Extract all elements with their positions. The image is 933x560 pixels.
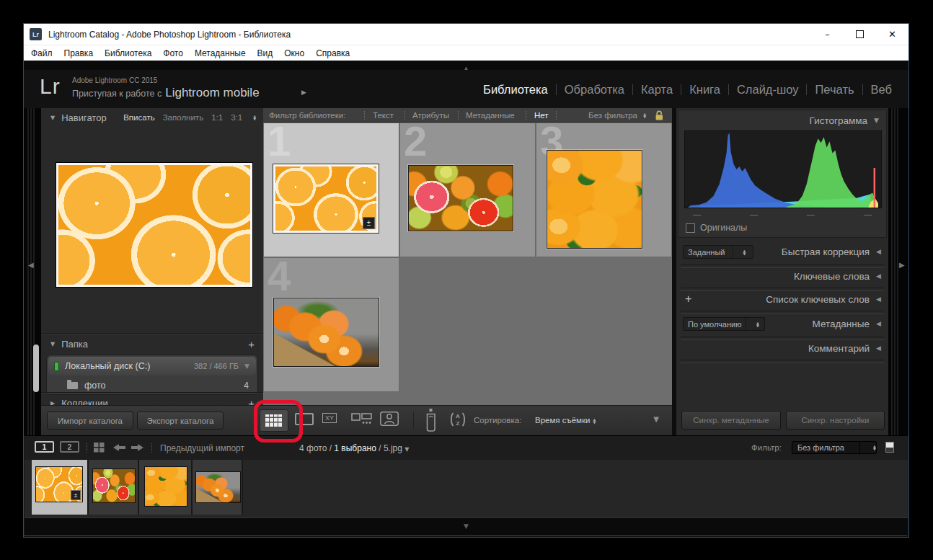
section-collapse-icon[interactable]: ◀: [876, 272, 881, 280]
menu-view[interactable]: Вид: [252, 48, 279, 58]
module-library[interactable]: Библиотека: [475, 83, 556, 97]
zoom-fit[interactable]: Вписать: [123, 113, 154, 122]
dash-mark[interactable]: —: [750, 210, 758, 218]
histogram-title[interactable]: Гистограмма: [810, 115, 867, 126]
filmstrip-cell[interactable]: [89, 460, 139, 515]
survey-view-button[interactable]: [351, 413, 373, 425]
section-collapse-icon[interactable]: ◀: [876, 295, 881, 303]
next-photo-icon[interactable]: [131, 443, 144, 452]
menu-metadata[interactable]: Метаданные: [189, 48, 252, 58]
selection-status[interactable]: 4 фото / 1 выбрано / 5.jpg ▼: [299, 443, 409, 453]
minimize-button[interactable]: –: [811, 24, 844, 45]
dash-mark[interactable]: —: [807, 210, 815, 218]
filter-lock-icon[interactable]: [655, 110, 664, 121]
filter-preset[interactable]: Без фильтра: [588, 111, 637, 120]
right-scrollbar-track[interactable]: [890, 108, 898, 435]
maximize-button[interactable]: [844, 24, 876, 45]
sync-metadata-button[interactable]: Синхр. метаданные: [681, 411, 781, 430]
bottom-panel-collapse-strip[interactable]: ▼: [25, 517, 908, 537]
export-catalog-button[interactable]: Экспорт каталога: [137, 412, 224, 430]
menu-library[interactable]: Библиотека: [99, 48, 157, 58]
filmstrip-thumb-2[interactable]: [92, 468, 136, 503]
source-indicator[interactable]: Предыдущий импорт: [160, 443, 244, 453]
add-keyword-button[interactable]: +: [685, 293, 691, 306]
photo-thumbnail-3[interactable]: [547, 150, 642, 249]
module-web[interactable]: Веб: [863, 83, 900, 97]
dash-mark[interactable]: —: [693, 210, 701, 218]
filter-metadata[interactable]: Метаданные: [466, 111, 515, 120]
filter-attributes[interactable]: Атрибуты: [412, 111, 449, 120]
collections-header[interactable]: ▶ Коллекции +: [41, 395, 263, 405]
adjustment-badge-icon[interactable]: ±: [363, 217, 375, 229]
zoom-ratio[interactable]: 3:1: [231, 113, 242, 122]
filter-none[interactable]: Нет: [534, 111, 549, 120]
add-collection-button[interactable]: +: [248, 397, 255, 406]
grid-cell[interactable]: 4: [263, 257, 399, 392]
navigator-preview-image[interactable]: [56, 163, 252, 287]
hide-left-panel-icon[interactable]: ◀: [28, 261, 34, 269]
section-collapse-icon[interactable]: ◀: [876, 248, 881, 255]
filmstrip-cell[interactable]: [139, 460, 193, 515]
menu-edit[interactable]: Правка: [58, 48, 100, 58]
filter-toggle-icon[interactable]: [885, 442, 894, 453]
menu-help[interactable]: Справка: [310, 48, 355, 58]
left-scrollbar-thumb[interactable]: [33, 345, 39, 392]
volume-browser[interactable]: Локальный диск (C:) 382 / 466 ГБ ▼: [48, 357, 256, 375]
compare-view-button[interactable]: XY: [322, 413, 337, 423]
second-window-button[interactable]: 2: [60, 441, 79, 453]
keyword-list-title[interactable]: Список ключевых слов: [766, 294, 870, 305]
sync-settings-button[interactable]: Синхр. настройки: [786, 411, 885, 430]
collapse-icon[interactable]: ▼: [874, 117, 879, 124]
filmstrip-thumb-4[interactable]: [195, 471, 241, 503]
metadata-preset-dropdown[interactable]: По умолчанию ▲▼: [683, 317, 765, 331]
filmstrip-thumb-3[interactable]: [144, 466, 187, 507]
add-folder-button[interactable]: +: [248, 338, 255, 350]
sort-direction-icon[interactable]: A Z: [449, 412, 466, 427]
sort-value[interactable]: Время съёмки▲▼: [535, 416, 596, 425]
module-slideshow[interactable]: Слайд-шоу: [729, 83, 807, 97]
folders-header[interactable]: ▼ Папка +: [41, 336, 263, 352]
previous-photo-icon[interactable]: [112, 443, 125, 452]
filmstrip-cell-selected[interactable]: ±: [32, 460, 89, 515]
menu-file[interactable]: Файл: [25, 48, 58, 58]
stepper-icon[interactable]: ▲▼: [643, 112, 646, 118]
hide-right-panel-icon[interactable]: ▶: [899, 261, 905, 269]
top-panel-collapse-strip[interactable]: ▲: [24, 61, 908, 70]
photo-thumbnail-1[interactable]: ±: [273, 164, 379, 233]
comments-title[interactable]: Комментарий: [808, 343, 870, 354]
drive-collapse-icon[interactable]: ▼: [244, 363, 249, 370]
module-map[interactable]: Карта: [633, 83, 681, 97]
metadata-title[interactable]: Метаданные: [812, 319, 870, 329]
quick-develop-title[interactable]: Быстрая коррекция: [782, 246, 870, 257]
identity-play-icon[interactable]: ▶: [301, 89, 306, 96]
quick-develop-preset-dropdown[interactable]: Заданный ▲▼: [683, 245, 753, 259]
grid-cell-selected[interactable]: 1 ±: [263, 123, 399, 257]
toolbar-options-icon[interactable]: ▼: [653, 415, 659, 423]
grid-back-icon[interactable]: [94, 443, 105, 453]
filmstrip-filter-dropdown[interactable]: Без фильтра ▲▼: [792, 441, 877, 454]
zoom-1-1[interactable]: 1:1: [211, 113, 223, 122]
navigator-header[interactable]: ▼ Навигатор Вписать Заполнить 1:1 3:1 ▲▼: [41, 110, 263, 125]
menu-window[interactable]: Окно: [278, 48, 310, 58]
module-print[interactable]: Печать: [807, 83, 862, 97]
menu-photo[interactable]: Фото: [157, 48, 189, 58]
main-window-button[interactable]: 1: [35, 441, 54, 453]
photo-thumbnail-2[interactable]: [408, 165, 513, 231]
grid-cell[interactable]: 2: [399, 123, 536, 257]
originals-checkbox[interactable]: [686, 223, 695, 233]
people-view-button[interactable]: [380, 412, 399, 426]
filmstrip-thumb-1[interactable]: ±: [35, 466, 83, 502]
section-collapse-icon[interactable]: ◀: [876, 345, 881, 352]
module-book[interactable]: Книга: [681, 83, 728, 97]
module-develop[interactable]: Обработка: [557, 83, 632, 97]
dash-mark[interactable]: —: [864, 210, 872, 218]
histogram-chart[interactable]: [684, 130, 882, 208]
painter-spray-icon[interactable]: [425, 408, 437, 432]
close-button[interactable]: ✕: [876, 24, 908, 45]
grid-cell[interactable]: 3: [536, 123, 672, 257]
import-catalog-button[interactable]: Импорт каталога: [47, 412, 133, 430]
filmstrip-cell[interactable]: [193, 460, 243, 515]
keywording-title[interactable]: Ключевые слова: [794, 271, 870, 282]
photo-thumbnail-4[interactable]: [273, 298, 379, 367]
zoom-fill[interactable]: Заполнить: [163, 113, 203, 122]
